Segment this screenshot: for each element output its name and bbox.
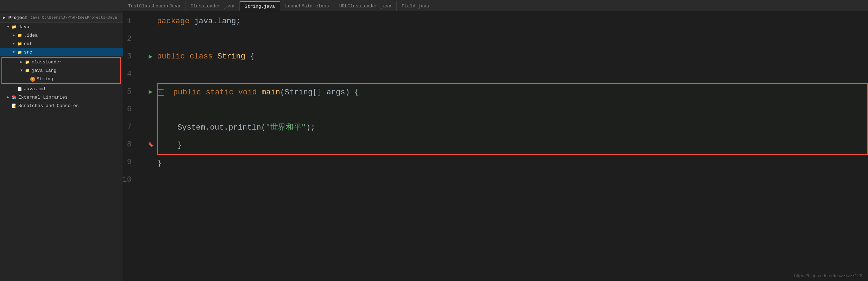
line-num-10: 10 [123, 171, 137, 189]
arrow-icon [6, 95, 11, 100]
code-line-4 [157, 65, 868, 83]
code-line-6 [158, 101, 867, 119]
run-arrow-icon[interactable]: ▶ [149, 83, 153, 101]
tab-label: Field.java [402, 4, 429, 9]
gutter-row-8[interactable]: 🔖 [144, 136, 157, 154]
sidebar-item-label: .idea [24, 33, 38, 38]
code-line-10 [157, 173, 868, 190]
sidebar-item-label: String [37, 76, 53, 82]
library-icon: 📚 [11, 94, 17, 100]
keyword-public: public [157, 48, 189, 65]
sidebar-item-label: External Libraries [18, 95, 68, 100]
bookmark-icon[interactable]: 🔖 [148, 136, 154, 154]
keyword-class: class [189, 48, 217, 65]
gutter-row-7 [144, 118, 157, 136]
sidebar-item-label: src [24, 50, 32, 55]
tab-field[interactable]: Field.java [397, 1, 434, 11]
sidebar-item-javalang[interactable]: 📁 java.lang [2, 66, 120, 75]
sidebar-item-label: out [24, 41, 32, 46]
folder-icon: 📁 [17, 49, 23, 55]
sidebar-item-external-libraries[interactable]: 📚 External Libraries [0, 93, 123, 101]
sidebar-item-src-folder[interactable]: 📁 src [0, 48, 123, 56]
gutter-row-10 [144, 171, 157, 189]
tab-testclassloader[interactable]: TestClassLoaderJava [123, 1, 185, 11]
sidebar-item-out-folder[interactable]: 📁 out [0, 39, 123, 48]
tab-label: TestClassLoaderJava [128, 4, 180, 9]
gutter-row-6 [144, 101, 157, 118]
sidebar-item-label: classLoader [32, 60, 62, 65]
code-area[interactable]: 1 2 3 4 5 6 7 8 9 10 ▶ ▶ [123, 11, 868, 281]
run-arrow-icon[interactable]: ▶ [149, 48, 153, 65]
code-line-8: } [158, 137, 867, 154]
sidebar-item-label: Scratches and Consoles [18, 103, 79, 108]
code-line-3: public class String { [157, 48, 868, 65]
sidebar-item-java-iml[interactable]: 📄 Java.iml [0, 85, 123, 93]
tab-bar: TestClassLoaderJava ClassLoader.java Str… [0, 0, 868, 11]
code-lines[interactable]: package java.lang; public class String {… [157, 13, 868, 281]
brace-open: { [250, 48, 254, 65]
method-name: main [262, 84, 280, 101]
sidebar-item-classloader[interactable]: 📁 classLoader [2, 58, 120, 66]
line-num-5: 5 [123, 83, 137, 101]
watermark: https://blog.csdn.net/zxzzxzzx123 [794, 273, 862, 278]
java-logo-icon: J [30, 76, 37, 82]
gutter-row-3[interactable]: ▶ [144, 48, 157, 65]
project-header[interactable]: ▶ Project Java C:\Users\J\沙涞\IdeaProject… [0, 13, 123, 23]
line-num-6: 6 [123, 101, 137, 118]
class-name: String [218, 48, 250, 65]
gutter-row-2 [144, 30, 157, 48]
string-literal: "世界和平" [266, 119, 306, 137]
arrow-icon [11, 50, 16, 55]
code-line-5: 🛡 public static void main(String[] args)… [158, 84, 867, 101]
outer-close-brace: } [157, 155, 162, 173]
editor: 1 2 3 4 5 6 7 8 9 10 ▶ ▶ [123, 11, 868, 281]
code-line-1: package java.lang; [157, 13, 868, 30]
sidebar-item-idea-folder[interactable]: 📁 .idea [0, 31, 123, 39]
sidebar-item-string-file[interactable]: J String [2, 75, 120, 83]
keyword-public2: public [173, 84, 206, 101]
line-num-9: 9 [123, 154, 137, 171]
tab-launchmain[interactable]: LaunchMain.class [280, 1, 334, 11]
folder-icon: 📁 [25, 59, 30, 65]
project-path: Java C:\Users\J\沙涞\IdeaProjects\Java [30, 15, 117, 20]
tab-string[interactable]: String.java [240, 1, 280, 11]
line-num-4: 4 [123, 65, 137, 83]
keyword-static: static [206, 84, 238, 101]
sidebar-item-scratches[interactable]: 📝 Scratches and Consoles [0, 101, 123, 110]
line-num-3: 3 [123, 48, 137, 65]
folder-icon: 📁 [17, 41, 23, 46]
inner-close-brace: } [177, 137, 182, 154]
params: (String[] args) { [280, 84, 359, 101]
sidebar-item-label: Java.iml [24, 86, 46, 92]
highlighted-file-group: 📁 classLoader 📁 java.lang J String [1, 57, 121, 84]
gutter-row-5[interactable]: ▶ [144, 83, 157, 101]
main-layout: ▶ Project Java C:\Users\J\沙涞\IdeaProject… [0, 11, 868, 281]
tab-label: URLClassLoader.java [339, 4, 391, 9]
gutter-row-4 [144, 65, 157, 83]
scratch-icon: 📝 [11, 103, 17, 108]
paren-close: ); [306, 119, 315, 137]
arrow-icon [6, 24, 11, 29]
line-num-1: 1 [123, 13, 137, 30]
arrow-icon [11, 41, 16, 46]
tab-label: ClassLoader.java [190, 4, 234, 9]
code-line-9: } [157, 155, 868, 173]
code-text: java.lang; [194, 13, 241, 30]
sidebar: ▶ Project Java C:\Users\J\沙涞\IdeaProject… [0, 11, 123, 281]
folder-icon: 📁 [11, 24, 17, 30]
line-num-2: 2 [123, 30, 137, 48]
tab-classloader[interactable]: ClassLoader.java [185, 1, 240, 11]
folder-icon: 📁 [17, 32, 23, 38]
system-text: System. [177, 119, 210, 137]
out-text: out [210, 119, 224, 137]
gutter-row-1 [144, 13, 157, 30]
iml-icon: 📄 [17, 86, 23, 92]
gutter-row-9 [144, 154, 157, 171]
arrow-icon [19, 60, 24, 64]
line-numbers: 1 2 3 4 5 6 7 8 9 10 [123, 13, 144, 281]
line-num-7: 7 [123, 118, 137, 136]
tab-urlclassloader[interactable]: URLClassLoader.java [334, 1, 397, 11]
sidebar-item-java-folder[interactable]: 📁 Java [0, 23, 123, 31]
shield-icon: 🛡 [158, 89, 164, 96]
project-label: ▶ Project [3, 15, 27, 20]
